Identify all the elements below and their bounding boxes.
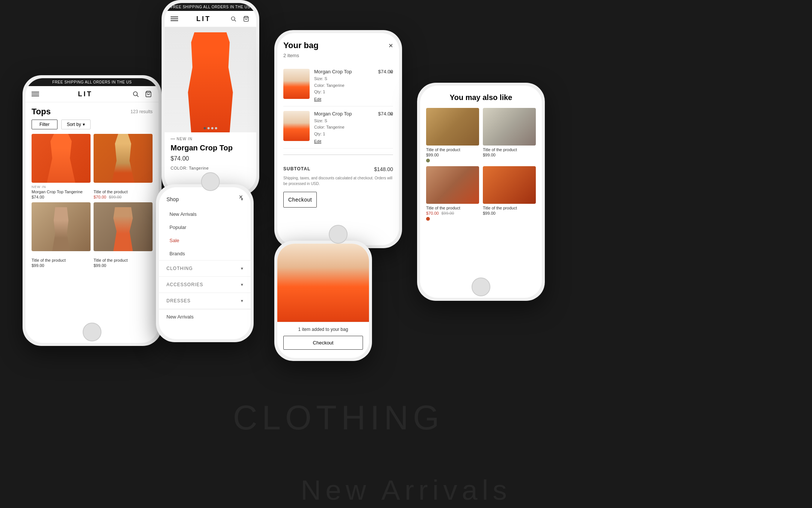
filter-bar: Filter Sort by ▾ [26, 120, 159, 134]
product-grid: NEW IN Morgan Crop Top Tangerine $74.00 … [26, 134, 159, 268]
bag-item-details-2: Morgan Crop Top Size: SColor: TangerineQ… [314, 111, 373, 144]
phone-nav-menu: × Shop ▾ New Arrivals Popular Sale Brand… [156, 184, 254, 342]
add-to-bag-notification: 1 item added to your bag Checkout [277, 322, 369, 354]
dot-3[interactable] [211, 127, 213, 129]
menu-content: Shop ▾ New Arrivals Popular Sale Brands … [159, 187, 251, 339]
bag-item-edit-1[interactable]: Edit [314, 97, 373, 102]
svg-line-1 [137, 95, 138, 97]
bag-title: Your bag [283, 41, 319, 50]
dot-1[interactable] [204, 127, 206, 129]
new-in-badge: NEW IN [32, 185, 91, 189]
footer-new-arrivals[interactable]: New Arrivals [159, 309, 251, 324]
clothing-category[interactable]: CLOTHING ▾ [159, 261, 251, 277]
result-count: 123 results [130, 109, 153, 114]
bag-note: Shipping, taxes, and discounts calculate… [283, 175, 393, 187]
color-swatch-3[interactable] [426, 217, 430, 221]
product-name: Title of the product [94, 258, 153, 262]
bag-item-meta-1: Size: SColor: TangerineQty: 1 [314, 76, 373, 96]
shop-section: Shop ▾ New Arrivals Popular Sale Brands [159, 191, 251, 261]
hamburger-menu[interactable] [171, 15, 178, 22]
nav-logo: LIT [78, 90, 93, 98]
dot-4[interactable] [215, 127, 217, 129]
also-like-price-4: $99.00 [483, 211, 536, 215]
svg-point-0 [133, 92, 138, 96]
also-like-card-4[interactable]: Title of the product $99.00 [483, 166, 536, 221]
product-name: Title of the product [94, 190, 153, 194]
dresses-label: DRESSES [166, 298, 191, 303]
also-like-image-1 [426, 108, 479, 146]
dot-2[interactable] [207, 127, 210, 129]
product-card[interactable]: NEW IN Morgan Crop Top Tangerine $74.00 [32, 134, 91, 199]
accessories-category[interactable]: ACCESSORIES ▾ [159, 277, 251, 293]
shipping-banner: FREE SHIPPING ALL ORDERS IN THE US [165, 3, 256, 11]
page-title: Tops [32, 107, 51, 117]
svg-point-3 [231, 17, 235, 20]
subtotal-label: SUBTOTAL [283, 166, 310, 172]
page-header: Tops 123 results [26, 102, 159, 120]
also-like-image-2 [483, 108, 536, 146]
also-like-card-3[interactable]: Title of the product $70.00 $99.00 [426, 166, 479, 221]
menu-item-new-arrivals[interactable]: New Arrivals [159, 208, 251, 221]
also-like-price-3: $70.00 $99.00 [426, 211, 479, 215]
image-indicators [204, 127, 217, 129]
product-detail-price: $74.00 [171, 155, 250, 162]
bag-item-remove-2[interactable]: × [390, 111, 393, 118]
svg-line-4 [234, 20, 236, 21]
also-like-name-3: Title of the product [426, 206, 479, 210]
also-like-image-4 [483, 166, 536, 204]
bag-icon[interactable] [144, 90, 153, 98]
bag-item-name-2: Morgan Crop Top [314, 111, 373, 117]
bag-item-meta-2: Size: SColor: TangerineQty: 1 [314, 118, 373, 138]
search-icon[interactable] [229, 15, 237, 23]
home-button[interactable] [201, 172, 220, 191]
accessories-label: ACCESSORIES [166, 282, 203, 287]
product-price: $99.00 [94, 263, 153, 268]
bag-item-1: Morgan Crop Top Size: SColor: TangerineQ… [283, 64, 393, 106]
bag-close-button[interactable]: × [389, 41, 393, 50]
bag-item-name-1: Morgan Crop Top [314, 69, 373, 74]
bg-new-arrivals-text: New Arrivals [301, 474, 511, 506]
home-button[interactable] [329, 225, 348, 244]
menu-item-brands[interactable]: Brands [159, 247, 251, 260]
bag-item-edit-2[interactable]: Edit [314, 139, 373, 144]
chevron-icon: ▾ [241, 298, 243, 303]
product-name: Morgan Crop Top Tangerine [32, 190, 91, 194]
nav-logo: LIT [197, 15, 211, 23]
also-like-name-1: Title of the product [426, 147, 479, 152]
home-button[interactable] [472, 278, 490, 296]
also-like-card-1[interactable]: Title of the product $99.00 [426, 108, 479, 162]
bg-clothing-text: CLOTHING [233, 399, 444, 437]
also-like-card-2[interactable]: Title of the product $99.00 [483, 108, 536, 162]
bag-icon[interactable] [242, 15, 250, 23]
product-preview-image [277, 244, 369, 322]
chevron-down-icon: ▾ [83, 122, 85, 127]
sort-button[interactable]: Sort by ▾ [61, 120, 91, 129]
close-button[interactable]: × [237, 193, 245, 201]
bag-item-remove-1[interactable]: × [390, 69, 393, 76]
notification-checkout-button[interactable]: Checkout [283, 336, 363, 350]
menu-item-sale[interactable]: Sale [159, 234, 251, 247]
product-card[interactable]: Title of the product $99.00 [94, 202, 153, 268]
product-card[interactable]: Title of the product $70.00 $99.00 [94, 134, 153, 199]
checkout-button[interactable]: Checkout [283, 192, 317, 208]
nav-bar: LIT [26, 86, 159, 102]
new-in-badge [94, 253, 153, 257]
also-like-grid: Title of the product $99.00 Title of the… [426, 108, 536, 221]
hamburger-menu[interactable] [32, 91, 39, 97]
also-like-price-2: $99.00 [483, 153, 536, 157]
filter-button[interactable]: Filter [32, 120, 57, 129]
bag-item-details-1: Morgan Crop Top Size: SColor: TangerineQ… [314, 69, 373, 102]
also-like-title: You may also like [426, 93, 536, 102]
color-label: COLOR: Tangerine [171, 166, 250, 170]
search-icon[interactable] [132, 90, 140, 98]
also-like-name-2: Title of the product [483, 147, 536, 152]
color-swatch-1[interactable] [426, 159, 430, 162]
dresses-category[interactable]: DRESSES ▾ [159, 293, 251, 309]
phone-also-like: You may also like Title of the product $… [417, 83, 545, 301]
phone-tops-listing: FREE SHIPPING ALL ORDERS IN THE US LIT [23, 75, 162, 346]
home-button[interactable] [83, 323, 101, 341]
nav-bar: LIT [165, 11, 256, 27]
notification-text: 1 item added to your bag [283, 327, 363, 332]
menu-item-popular[interactable]: Popular [159, 221, 251, 234]
product-card[interactable]: Title of the product $99.00 [32, 202, 91, 268]
